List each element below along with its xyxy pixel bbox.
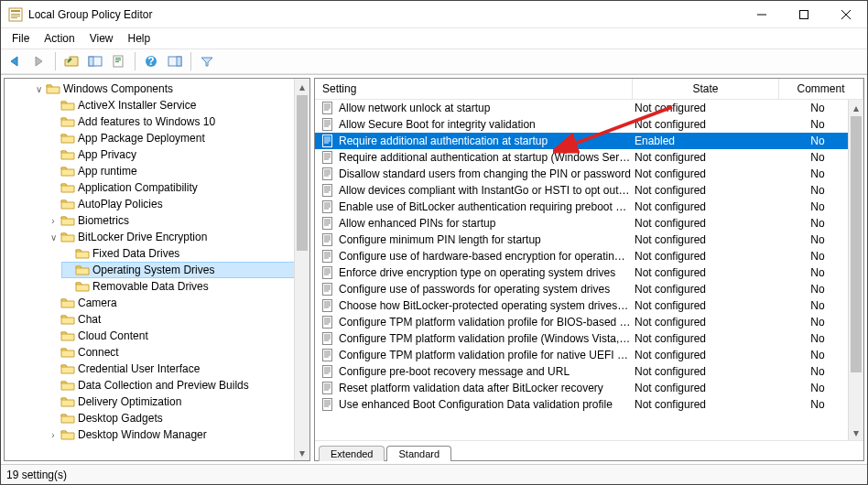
tree-label: ActiveX Installer Service [78, 99, 196, 112]
scroll-up-icon[interactable]: ▴ [849, 100, 863, 115]
menu-help[interactable]: Help [121, 30, 158, 47]
tree-node[interactable]: Connect [47, 344, 309, 361]
scroll-thumb[interactable] [851, 116, 862, 372]
menu-action[interactable]: Action [37, 30, 81, 47]
policy-comment: No [777, 151, 858, 164]
policy-row[interactable]: Require additional authentication at sta… [315, 133, 863, 149]
policy-icon [320, 364, 335, 379]
policy-row[interactable]: Require additional authentication at sta… [315, 149, 863, 166]
policy-row[interactable]: Disallow standard users from changing th… [315, 166, 863, 182]
folder-icon [60, 411, 75, 426]
policy-state: Not configured [631, 118, 777, 131]
tree-node[interactable]: Cloud Content [47, 328, 309, 344]
tree-node[interactable]: Delivery Optimization [47, 393, 309, 410]
policy-row[interactable]: Use enhanced Boot Configuration Data val… [315, 396, 863, 413]
tree-node[interactable]: AutoPlay Policies [47, 196, 309, 212]
help-button[interactable]: ? [140, 51, 162, 71]
policy-setting: Allow devices compliant with InstantGo o… [339, 184, 631, 197]
policy-row[interactable]: Enforce drive encryption type on operati… [315, 264, 863, 281]
tree-node[interactable]: App runtime [47, 163, 309, 179]
tree-label: Chat [78, 313, 101, 326]
tree-node[interactable]: Operating System Drives [61, 262, 309, 278]
tree-node[interactable]: Fixed Data Drives [61, 245, 309, 262]
tree-node[interactable]: App Privacy [47, 146, 309, 163]
tree-node[interactable]: Camera [47, 295, 309, 311]
policy-row[interactable]: Configure minimum PIN length for startup… [315, 232, 863, 248]
svg-rect-14 [115, 58, 121, 59]
policy-setting: Enforce drive encryption type on operati… [339, 266, 631, 279]
tree-pane[interactable]: ∨Windows ComponentsActiveX Installer Ser… [4, 78, 310, 461]
policy-row[interactable]: Allow Secure Boot for integrity validati… [315, 116, 863, 133]
tab-extended[interactable]: Extended [319, 446, 385, 461]
show-hide-tree-button[interactable] [84, 51, 106, 71]
folder-icon [60, 378, 75, 393]
tree-node[interactable]: Add features to Windows 10 [47, 113, 309, 130]
tree-node[interactable]: Credential User Interface [47, 361, 309, 377]
column-comment[interactable]: Comment [779, 79, 863, 99]
folder-icon [60, 213, 75, 228]
filter-button[interactable] [196, 51, 218, 71]
tree-node[interactable]: App Package Deployment [47, 130, 309, 146]
tree-node[interactable]: ActiveX Installer Service [47, 97, 309, 113]
policy-row[interactable]: Reset platform validation data after Bit… [315, 380, 863, 396]
policy-row[interactable]: Configure pre-boot recovery message and … [315, 363, 863, 380]
policy-list[interactable]: Allow network unlock at startupNot confi… [315, 100, 863, 440]
policy-comment: No [777, 283, 858, 296]
scrollbar-vertical[interactable]: ▴ ▾ [294, 79, 309, 460]
tree-label: Cloud Content [78, 329, 148, 342]
properties-button[interactable] [108, 51, 130, 71]
policy-state: Enabled [631, 135, 777, 147]
tree-label: Add features to Windows 10 [78, 115, 215, 128]
back-button[interactable] [5, 51, 27, 71]
policy-state: Not configured [631, 365, 777, 378]
policy-row[interactable]: Choose how BitLocker-protected operating… [315, 297, 863, 314]
menubar: File Action View Help [1, 28, 867, 48]
policy-icon [320, 282, 335, 296]
menu-file[interactable]: File [5, 30, 37, 47]
policy-row[interactable]: Allow network unlock at startupNot confi… [315, 100, 863, 116]
tree-node[interactable]: Chat [47, 311, 309, 328]
policy-setting: Enable use of BitLocker authentication r… [339, 200, 631, 213]
tree-node[interactable]: ›Desktop Window Manager [47, 426, 309, 443]
scroll-down-icon[interactable]: ▾ [295, 445, 309, 460]
policy-row[interactable]: Configure TPM platform validation profil… [315, 314, 863, 330]
tab-standard[interactable]: Standard [386, 446, 451, 461]
policy-setting: Configure use of passwords for operating… [339, 283, 631, 296]
tree-node[interactable]: Removable Data Drives [61, 278, 309, 295]
show-hide-action-button[interactable] [164, 51, 186, 71]
tree-label: Windows Components [63, 82, 173, 95]
tree-node[interactable]: ›Biometrics [47, 212, 309, 229]
policy-row[interactable]: Enable use of BitLocker authentication r… [315, 199, 863, 215]
policy-icon [320, 331, 335, 346]
tree-node[interactable]: Desktop Gadgets [47, 410, 309, 426]
minimize-button[interactable] [741, 1, 783, 28]
tree-node[interactable]: ∨BitLocker Drive Encryption [47, 229, 309, 245]
column-state[interactable]: State [633, 79, 779, 99]
scrollbar-vertical[interactable]: ▴ ▾ [848, 100, 863, 440]
toolbar-separator [55, 52, 56, 70]
tree-node-root[interactable]: ∨Windows Components [32, 81, 309, 97]
policy-row[interactable]: Configure use of passwords for operating… [315, 281, 863, 297]
up-button[interactable] [60, 51, 82, 71]
close-button[interactable] [825, 1, 867, 28]
scroll-down-icon[interactable]: ▾ [849, 425, 863, 440]
policy-icon [320, 348, 335, 362]
tree-node[interactable]: Data Collection and Preview Builds [47, 377, 309, 393]
scroll-thumb[interactable] [297, 95, 308, 251]
window-buttons [741, 1, 867, 28]
policy-row[interactable]: Configure TPM platform validation profil… [315, 330, 863, 347]
column-setting[interactable]: Setting [315, 79, 633, 99]
tree-node[interactable]: Application Compatibility [47, 179, 309, 196]
menu-view[interactable]: View [82, 30, 121, 47]
maximize-button[interactable] [783, 1, 825, 28]
folder-icon [60, 345, 75, 360]
policy-row[interactable]: Configure use of hardware-based encrypti… [315, 248, 863, 264]
scroll-up-icon[interactable]: ▴ [295, 79, 309, 94]
policy-row[interactable]: Configure TPM platform validation profil… [315, 347, 863, 363]
policy-row[interactable]: Allow enhanced PINs for startupNot confi… [315, 215, 863, 232]
tree-label: Desktop Gadgets [78, 412, 163, 425]
tree-label: BitLocker Drive Encryption [78, 231, 207, 243]
forward-button[interactable] [28, 51, 50, 71]
policy-row[interactable]: Allow devices compliant with InstantGo o… [315, 182, 863, 199]
policy-comment: No [777, 382, 858, 394]
